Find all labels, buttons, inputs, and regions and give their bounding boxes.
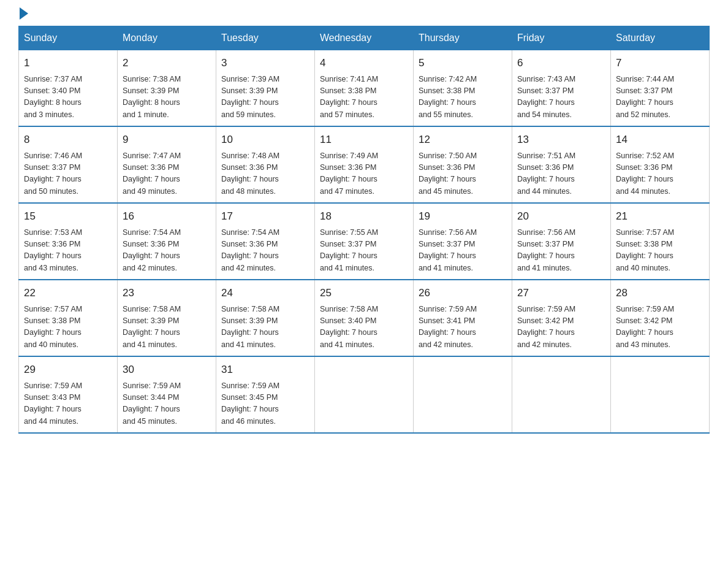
calendar-cell: 26 Sunrise: 7:59 AMSunset: 3:41 PMDaylig… xyxy=(414,280,512,356)
day-info: Sunrise: 7:52 AMSunset: 3:36 PMDaylight:… xyxy=(616,150,704,198)
day-info: Sunrise: 7:56 AMSunset: 3:37 PMDaylight:… xyxy=(517,227,605,275)
day-number: 19 xyxy=(419,209,507,224)
day-number: 1 xyxy=(24,55,112,71)
calendar-week-4: 22 Sunrise: 7:57 AMSunset: 3:38 PMDaylig… xyxy=(19,280,710,356)
calendar-cell: 15 Sunrise: 7:53 AMSunset: 3:36 PMDaylig… xyxy=(19,203,118,280)
col-header-saturday: Saturday xyxy=(611,26,710,50)
calendar-cell: 13 Sunrise: 7:51 AMSunset: 3:36 PMDaylig… xyxy=(512,126,611,203)
calendar-cell xyxy=(611,356,710,433)
day-info: Sunrise: 7:54 AMSunset: 3:36 PMDaylight:… xyxy=(221,227,309,275)
calendar-cell: 20 Sunrise: 7:56 AMSunset: 3:37 PMDaylig… xyxy=(512,203,611,280)
col-header-thursday: Thursday xyxy=(414,26,512,50)
day-number: 14 xyxy=(616,132,704,148)
day-info: Sunrise: 7:49 AMSunset: 3:36 PMDaylight:… xyxy=(320,150,408,198)
calendar-cell: 14 Sunrise: 7:52 AMSunset: 3:36 PMDaylig… xyxy=(611,126,710,203)
calendar-cell: 9 Sunrise: 7:47 AMSunset: 3:36 PMDayligh… xyxy=(118,126,216,203)
calendar-cell: 11 Sunrise: 7:49 AMSunset: 3:36 PMDaylig… xyxy=(315,126,414,203)
day-number: 30 xyxy=(123,362,211,378)
day-info: Sunrise: 7:44 AMSunset: 3:37 PMDaylight:… xyxy=(616,74,704,121)
calendar-week-1: 1 Sunrise: 7:37 AMSunset: 3:40 PMDayligh… xyxy=(19,50,710,127)
day-info: Sunrise: 7:47 AMSunset: 3:36 PMDaylight:… xyxy=(123,150,211,198)
calendar-cell: 27 Sunrise: 7:59 AMSunset: 3:42 PMDaylig… xyxy=(512,280,611,356)
calendar-cell xyxy=(315,356,414,433)
col-header-monday: Monday xyxy=(118,26,216,50)
day-info: Sunrise: 7:43 AMSunset: 3:37 PMDaylight:… xyxy=(517,74,605,121)
col-header-wednesday: Wednesday xyxy=(315,26,414,50)
calendar-cell: 17 Sunrise: 7:54 AMSunset: 3:36 PMDaylig… xyxy=(216,203,315,280)
calendar-cell: 24 Sunrise: 7:58 AMSunset: 3:39 PMDaylig… xyxy=(216,280,315,356)
day-number: 22 xyxy=(24,285,112,301)
day-info: Sunrise: 7:39 AMSunset: 3:39 PMDaylight:… xyxy=(221,74,309,121)
day-info: Sunrise: 7:42 AMSunset: 3:38 PMDaylight:… xyxy=(419,74,507,121)
calendar-cell: 5 Sunrise: 7:42 AMSunset: 3:38 PMDayligh… xyxy=(414,50,512,127)
calendar-cell xyxy=(414,356,512,433)
day-info: Sunrise: 7:58 AMSunset: 3:40 PMDaylight:… xyxy=(320,304,408,351)
day-info: Sunrise: 7:57 AMSunset: 3:38 PMDaylight:… xyxy=(616,227,704,275)
day-number: 11 xyxy=(320,132,408,148)
day-number: 26 xyxy=(419,285,507,301)
day-info: Sunrise: 7:59 AMSunset: 3:41 PMDaylight:… xyxy=(419,304,507,351)
page-header xyxy=(18,12,710,20)
day-info: Sunrise: 7:57 AMSunset: 3:38 PMDaylight:… xyxy=(24,304,112,351)
calendar-cell: 10 Sunrise: 7:48 AMSunset: 3:36 PMDaylig… xyxy=(216,126,315,203)
calendar-cell: 25 Sunrise: 7:58 AMSunset: 3:40 PMDaylig… xyxy=(315,280,414,356)
day-info: Sunrise: 7:59 AMSunset: 3:44 PMDaylight:… xyxy=(123,380,211,428)
calendar-cell: 23 Sunrise: 7:58 AMSunset: 3:39 PMDaylig… xyxy=(118,280,216,356)
calendar-cell: 22 Sunrise: 7:57 AMSunset: 3:38 PMDaylig… xyxy=(19,280,118,356)
day-number: 24 xyxy=(221,285,309,301)
day-info: Sunrise: 7:59 AMSunset: 3:45 PMDaylight:… xyxy=(221,380,309,428)
calendar-cell xyxy=(512,356,611,433)
day-number: 16 xyxy=(123,209,211,224)
calendar-week-5: 29 Sunrise: 7:59 AMSunset: 3:43 PMDaylig… xyxy=(19,356,710,433)
day-number: 6 xyxy=(517,55,605,71)
day-number: 17 xyxy=(221,209,309,224)
day-info: Sunrise: 7:54 AMSunset: 3:36 PMDaylight:… xyxy=(123,227,211,275)
day-number: 10 xyxy=(221,132,309,148)
day-number: 20 xyxy=(517,209,605,224)
col-header-sunday: Sunday xyxy=(19,26,118,50)
day-info: Sunrise: 7:59 AMSunset: 3:42 PMDaylight:… xyxy=(517,304,605,351)
col-header-tuesday: Tuesday xyxy=(216,26,315,50)
day-info: Sunrise: 7:58 AMSunset: 3:39 PMDaylight:… xyxy=(123,304,211,351)
day-number: 4 xyxy=(320,55,408,71)
day-number: 29 xyxy=(24,362,112,378)
day-number: 31 xyxy=(221,362,309,378)
calendar-cell: 31 Sunrise: 7:59 AMSunset: 3:45 PMDaylig… xyxy=(216,356,315,433)
calendar-cell: 3 Sunrise: 7:39 AMSunset: 3:39 PMDayligh… xyxy=(216,50,315,127)
day-number: 21 xyxy=(616,209,704,224)
calendar-week-2: 8 Sunrise: 7:46 AMSunset: 3:37 PMDayligh… xyxy=(19,126,710,203)
day-info: Sunrise: 7:53 AMSunset: 3:36 PMDaylight:… xyxy=(24,227,112,275)
day-number: 28 xyxy=(616,285,704,301)
day-number: 8 xyxy=(24,132,112,148)
day-info: Sunrise: 7:41 AMSunset: 3:38 PMDaylight:… xyxy=(320,74,408,121)
calendar-cell: 7 Sunrise: 7:44 AMSunset: 3:37 PMDayligh… xyxy=(611,50,710,127)
logo xyxy=(18,12,28,20)
calendar-cell: 12 Sunrise: 7:50 AMSunset: 3:36 PMDaylig… xyxy=(414,126,512,203)
day-number: 15 xyxy=(24,209,112,224)
day-number: 3 xyxy=(221,55,309,71)
day-number: 18 xyxy=(320,209,408,224)
calendar-cell: 21 Sunrise: 7:57 AMSunset: 3:38 PMDaylig… xyxy=(611,203,710,280)
col-header-friday: Friday xyxy=(512,26,611,50)
calendar-header-row: SundayMondayTuesdayWednesdayThursdayFrid… xyxy=(19,26,710,50)
day-info: Sunrise: 7:56 AMSunset: 3:37 PMDaylight:… xyxy=(419,227,507,275)
day-info: Sunrise: 7:37 AMSunset: 3:40 PMDaylight:… xyxy=(24,74,112,121)
day-number: 13 xyxy=(517,132,605,148)
calendar-cell: 4 Sunrise: 7:41 AMSunset: 3:38 PMDayligh… xyxy=(315,50,414,127)
day-info: Sunrise: 7:59 AMSunset: 3:42 PMDaylight:… xyxy=(616,304,704,351)
day-number: 7 xyxy=(616,55,704,71)
logo-arrow-icon xyxy=(20,7,28,20)
calendar-week-3: 15 Sunrise: 7:53 AMSunset: 3:36 PMDaylig… xyxy=(19,203,710,280)
calendar-cell: 30 Sunrise: 7:59 AMSunset: 3:44 PMDaylig… xyxy=(118,356,216,433)
calendar-cell: 8 Sunrise: 7:46 AMSunset: 3:37 PMDayligh… xyxy=(19,126,118,203)
calendar-cell: 18 Sunrise: 7:55 AMSunset: 3:37 PMDaylig… xyxy=(315,203,414,280)
day-number: 23 xyxy=(123,285,211,301)
calendar-cell: 2 Sunrise: 7:38 AMSunset: 3:39 PMDayligh… xyxy=(118,50,216,127)
day-info: Sunrise: 7:59 AMSunset: 3:43 PMDaylight:… xyxy=(24,380,112,428)
calendar-cell: 29 Sunrise: 7:59 AMSunset: 3:43 PMDaylig… xyxy=(19,356,118,433)
calendar-cell: 28 Sunrise: 7:59 AMSunset: 3:42 PMDaylig… xyxy=(611,280,710,356)
calendar-cell: 6 Sunrise: 7:43 AMSunset: 3:37 PMDayligh… xyxy=(512,50,611,127)
day-number: 27 xyxy=(517,285,605,301)
day-number: 2 xyxy=(123,55,211,71)
day-number: 5 xyxy=(419,55,507,71)
